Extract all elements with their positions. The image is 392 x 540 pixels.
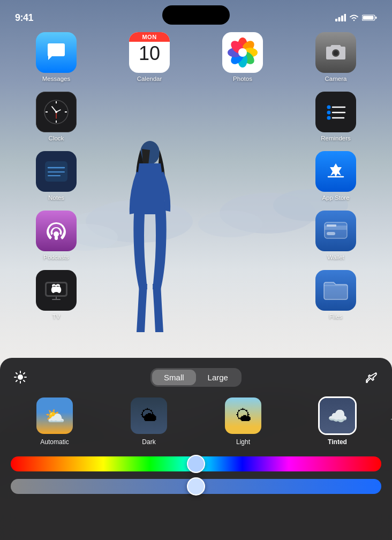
files-icon	[322, 278, 350, 303]
messages-icon	[44, 41, 68, 64]
wallet-icon	[322, 219, 349, 243]
photos-icon	[223, 33, 262, 72]
app-appstore[interactable]: App Store	[291, 151, 380, 201]
appstore-icon	[323, 159, 349, 184]
theme-tinted[interactable]: ☁️ Tinted Lisää sävytys kuvakkeisiin.	[293, 396, 381, 446]
theme-tinted-icon: ☁️	[318, 396, 357, 435]
eyedropper-button[interactable]	[362, 368, 381, 387]
calendar-label: Calendar	[137, 76, 162, 82]
color-sliders	[11, 456, 381, 494]
large-size-button[interactable]: Large	[196, 370, 240, 385]
notes-label: Notes	[48, 194, 64, 201]
signal-icon	[335, 14, 346, 21]
camera-label: Camera	[325, 76, 347, 82]
theme-dark[interactable]: 🌥 Dark	[105, 396, 193, 446]
podcasts-icon	[43, 218, 69, 244]
svg-point-34	[55, 111, 57, 113]
svg-rect-50	[327, 232, 335, 235]
svg-point-35	[327, 106, 331, 109]
hue-thumb[interactable]	[187, 455, 205, 473]
svg-line-61	[16, 373, 17, 374]
phone-screen: 9:41	[0, 0, 392, 540]
svg-line-64	[16, 380, 17, 381]
svg-rect-7	[335, 19, 337, 21]
messages-label: Messages	[42, 76, 70, 82]
appstore-label: App Store	[322, 194, 349, 201]
app-calendar[interactable]: MON 10 Calendar	[105, 32, 194, 82]
svg-line-62	[24, 380, 25, 381]
tv-icon	[43, 279, 70, 302]
brightness-button[interactable]	[11, 368, 30, 387]
app-podcasts[interactable]: Podcasts	[12, 211, 101, 260]
app-reminders[interactable]: Reminders	[291, 92, 380, 141]
theme-tinted-label: Tinted	[328, 438, 347, 446]
size-toggle: Small Large	[150, 368, 242, 387]
app-clock[interactable]: Clock	[12, 92, 101, 141]
saturation-slider[interactable]	[11, 479, 381, 494]
svg-rect-12	[375, 17, 377, 19]
theme-dark-icon: 🌥	[130, 396, 168, 435]
svg-point-56	[18, 374, 23, 380]
svg-point-25	[341, 48, 344, 51]
app-camera[interactable]: Camera	[291, 32, 380, 82]
hue-slider[interactable]	[11, 456, 381, 471]
svg-rect-51	[327, 224, 336, 227]
reminders-icon	[323, 100, 348, 124]
svg-point-37	[327, 111, 331, 115]
panel-top-row: Small Large	[11, 368, 381, 387]
clock-icon	[42, 98, 70, 126]
podcasts-label: Podcasts	[43, 254, 69, 260]
svg-rect-13	[363, 16, 374, 20]
app-notes[interactable]: Notes	[12, 151, 101, 201]
svg-point-22	[238, 48, 247, 57]
bottom-panel: Small Large ⛅ Automatic	[0, 358, 392, 540]
camera-icon	[324, 42, 348, 63]
app-files[interactable]: Files	[291, 270, 380, 320]
files-label: Files	[329, 313, 342, 320]
svg-rect-10	[344, 14, 346, 21]
tv-label: TV	[52, 313, 61, 320]
app-grid: Messages MON 10 Calendar	[12, 32, 380, 320]
theme-options-row: ⛅ Automatic 🌥 Dark 🌤	[11, 396, 381, 446]
status-icons	[335, 14, 377, 21]
theme-automatic-label: Automatic	[40, 438, 69, 446]
svg-rect-47	[55, 236, 58, 240]
theme-light-icon: 🌤	[224, 396, 262, 435]
app-photos[interactable]: Photos	[198, 32, 287, 82]
svg-line-63	[24, 373, 25, 374]
small-size-button[interactable]: Small	[152, 370, 196, 385]
wifi-icon	[349, 14, 359, 21]
reminders-label: Reminders	[321, 135, 351, 141]
theme-dark-label: Dark	[142, 438, 155, 446]
eyedropper-icon	[365, 371, 378, 384]
saturation-thumb[interactable]	[187, 477, 205, 496]
dynamic-island	[162, 5, 230, 25]
svg-rect-8	[338, 17, 341, 21]
svg-point-39	[327, 116, 331, 120]
photos-label: Photos	[233, 76, 252, 82]
sun-icon	[13, 370, 27, 384]
svg-point-65	[366, 381, 368, 383]
status-time: 9:41	[15, 12, 33, 24]
svg-point-24	[334, 51, 338, 56]
clock-label: Clock	[49, 135, 64, 141]
wallet-label: Wallet	[327, 254, 344, 260]
theme-light[interactable]: 🌤 Light	[199, 396, 287, 446]
app-tv[interactable]: TV	[12, 270, 101, 320]
app-messages[interactable]: Messages	[12, 32, 101, 82]
app-wallet[interactable]: Wallet	[291, 211, 380, 260]
notes-icon	[43, 158, 70, 185]
theme-light-label: Light	[236, 438, 250, 446]
theme-automatic-icon: ⛅	[35, 396, 74, 435]
theme-automatic[interactable]: ⛅ Automatic	[11, 396, 99, 446]
battery-icon	[362, 14, 377, 21]
svg-rect-9	[341, 16, 343, 21]
